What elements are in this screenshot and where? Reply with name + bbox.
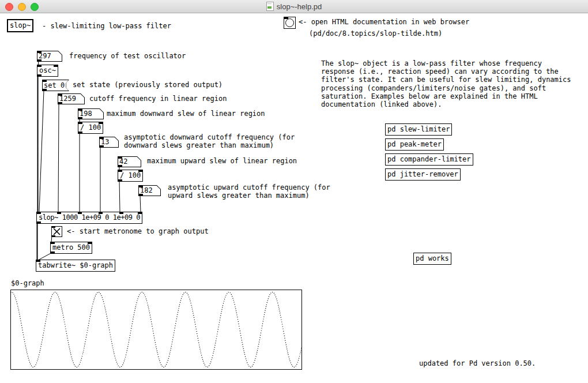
- object-label: pd slew-limiter: [387, 125, 450, 133]
- zoom-button[interactable]: [31, 3, 39, 11]
- inlet-nub: [139, 186, 143, 187]
- bang-open-docs[interactable]: [284, 17, 296, 29]
- inlet-nub: [43, 80, 47, 82]
- object-label: pd jitter-remover: [387, 170, 458, 178]
- object-box-slop: slop~ 1000 1e+09 0 1e+09 0: [36, 212, 142, 224]
- subpatch-jitter-remover[interactable]: pd jitter-remover: [385, 168, 461, 181]
- inlet-nub: [138, 170, 142, 172]
- comment-down-slew: maximum downward slew of linear region: [107, 110, 265, 118]
- inlet-nub: [37, 51, 42, 53]
- traffic-lights: [5, 3, 39, 11]
- comment-cutoff: cutoff frequency in linear region: [89, 95, 227, 103]
- inlet-nub: [118, 157, 122, 159]
- message-label: set 0: [44, 81, 65, 90]
- outlet-nub: [118, 165, 122, 167]
- close-button[interactable]: [5, 3, 13, 11]
- message-box-set[interactable]: set 0: [42, 80, 69, 91]
- object-label: pd compander-limiter: [387, 155, 471, 163]
- outlet-nub: [52, 235, 55, 236]
- object-label: slop~: [10, 21, 31, 29]
- inlet-nub: [78, 212, 82, 214]
- inlet-nub: [54, 65, 58, 67]
- inlet-nub: [119, 212, 123, 214]
- outlet-nub: [37, 59, 42, 61]
- object-box-metro: metro 500: [50, 242, 92, 254]
- inlet-nub: [36, 260, 40, 262]
- outlet-nub: [139, 194, 143, 196]
- outlet-nub: [37, 74, 42, 76]
- inlet-nub: [57, 212, 61, 214]
- object-label: pd peak-meter: [387, 140, 442, 148]
- inlet-nub: [100, 137, 104, 139]
- inlet-nub: [99, 122, 103, 124]
- title-bar: slop~-help.pd: [0, 0, 588, 13]
- inlet-nub: [99, 212, 103, 214]
- waveform: [11, 290, 301, 369]
- object-label: tabwrite~ $0-graph: [38, 261, 113, 269]
- patch-cord: [39, 91, 44, 212]
- patch-cord: [140, 196, 141, 212]
- graph-canvas: [10, 290, 302, 370]
- inlet-nub: [37, 212, 41, 214]
- subpatch-works[interactable]: pd works: [413, 253, 451, 265]
- inlet-nub: [138, 212, 142, 214]
- outlet-nub: [78, 132, 82, 133]
- object-box-osc: osc~: [37, 65, 58, 77]
- inlet-nub: [88, 242, 92, 244]
- object-label: osc~: [39, 66, 56, 74]
- outlet-nub: [78, 117, 82, 119]
- inlet-nub: [78, 122, 82, 124]
- object-box-slop-main: slop~: [7, 19, 33, 32]
- inlet-nub: [52, 227, 55, 228]
- comment-set-state: set state (previously stored output): [73, 81, 223, 89]
- number-box-up-asym[interactable]: 182: [138, 185, 161, 196]
- comment-doc-line1: <- open HTML documentation in web browse…: [299, 18, 469, 26]
- outlet-nub: [100, 145, 104, 147]
- inlet-nub: [118, 170, 122, 172]
- number-box-down-slew[interactable]: 198: [78, 108, 104, 119]
- graph-label: $0-graph: [11, 279, 44, 287]
- subpatch-slew-limiter[interactable]: pd slew-limiter: [385, 123, 452, 136]
- comment-down-asym: asymptotic downward cutoff frequency (fo…: [124, 133, 295, 149]
- document-icon: [266, 2, 274, 11]
- inlet-nub: [58, 94, 62, 96]
- outlet-nub: [118, 179, 122, 181]
- comment-footer: updated for Pd version 0.50.: [419, 359, 536, 367]
- object-label: pd works: [416, 254, 449, 262]
- object-label: / 100: [120, 171, 141, 179]
- object-box-div2: / 100: [118, 170, 143, 182]
- object-box-tabwrite: tabwrite~ $0-graph: [36, 260, 115, 272]
- number-box-frequency[interactable]: 297: [37, 51, 62, 62]
- patch-cord: [119, 180, 120, 212]
- outlet-nub: [58, 102, 62, 104]
- comment-doc-line2: (pd/doc/8.topics/slop-tilde.htm): [309, 29, 442, 37]
- object-box-div1: / 100: [78, 122, 103, 134]
- outlet-nub: [37, 221, 41, 223]
- minimize-button[interactable]: [18, 3, 26, 11]
- number-box-up-slew[interactable]: 42: [118, 156, 141, 167]
- subpatch-compander-limiter[interactable]: pd compander-limiter: [385, 153, 473, 166]
- patch-canvas: slop~ - slew-limiting low-pass filter <-…: [0, 0, 588, 383]
- outlet-nub: [51, 251, 55, 253]
- object-label: slop~ 1000 1e+09 0 1e+09 0: [39, 213, 140, 221]
- object-label: metro 500: [52, 243, 90, 251]
- number-box-down-asym[interactable]: 13: [99, 137, 119, 148]
- description-text: The slop~ object is a low-pass filter wh…: [321, 59, 571, 108]
- inlet-nub: [78, 109, 82, 111]
- outlet-nub: [43, 89, 47, 91]
- window-title: slop~-help.pd: [277, 2, 322, 11]
- comment-up-asym: asymptotic upward cutoff frequency (for …: [168, 183, 330, 200]
- object-label: / 100: [80, 123, 101, 132]
- comment-metronome: <- start metronome to graph output: [67, 227, 209, 235]
- inlet-nub: [51, 242, 55, 244]
- inlet-nub: [284, 17, 288, 19]
- comment-up-slew: maximum upward slew of linear region: [147, 157, 297, 165]
- bang-icon: [285, 18, 294, 27]
- toggle-metronome[interactable]: [51, 226, 62, 237]
- number-box-cutoff[interactable]: 1259: [58, 93, 85, 104]
- comment-frequency: frequency of test oscillator: [69, 52, 186, 60]
- inlet-nub: [37, 65, 42, 67]
- subpatch-peak-meter[interactable]: pd peak-meter: [385, 138, 444, 151]
- patch-cord: [58, 104, 59, 212]
- comment-main: - slew-limiting low-pass filter: [42, 22, 171, 30]
